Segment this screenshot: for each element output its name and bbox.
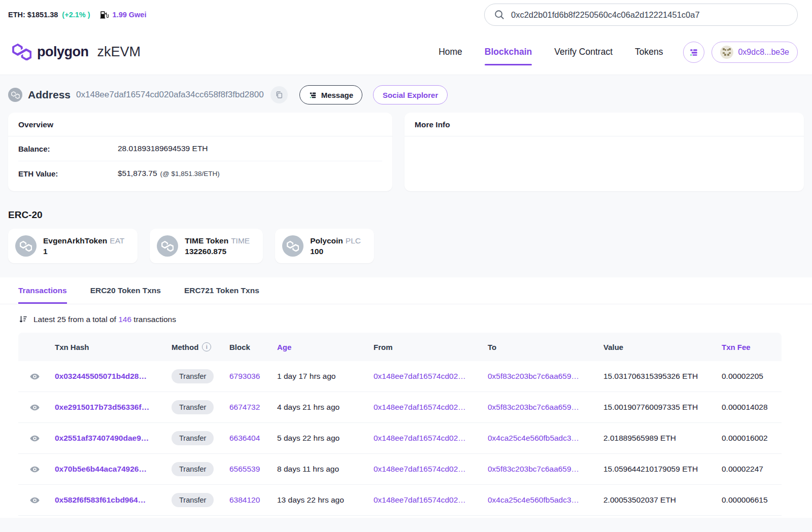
- block-link[interactable]: 6384120: [225, 495, 273, 505]
- col-value: Value: [599, 343, 718, 351]
- balance-row: Balance: 28.01893189694539 ETH: [18, 136, 382, 161]
- col-txn-fee-toggle[interactable]: Txn Fee: [718, 343, 782, 351]
- message-button[interactable]: Message: [299, 85, 362, 104]
- to-address-link[interactable]: 0x4ca25c4e560fb5adc3…: [484, 495, 599, 505]
- nav-item-blockchain[interactable]: Blockchain: [485, 42, 532, 62]
- site-header: polygon zkEVM Home Blockchain Verify Con…: [0, 29, 812, 75]
- social-explorer-button[interactable]: Social Explorer: [373, 85, 448, 104]
- eth-price: ETH: $1851.38: [8, 11, 58, 19]
- search-input[interactable]: [511, 10, 788, 20]
- table-header-row: Txn Hash Method i Block Age From To Valu…: [18, 333, 782, 361]
- value-text: 2.00053502037 ETH: [599, 495, 718, 505]
- gas-price-link[interactable]: 1.99 Gwei: [113, 11, 147, 19]
- token-amount: 100: [310, 247, 361, 256]
- col-from: From: [369, 343, 484, 351]
- eye-icon[interactable]: [29, 433, 40, 444]
- col-txn-hash: Txn Hash: [51, 343, 167, 351]
- nav-item-tokens[interactable]: Tokens: [635, 42, 663, 62]
- message-icon: [309, 91, 317, 99]
- eye-icon[interactable]: [29, 495, 40, 506]
- col-age-toggle[interactable]: Age: [273, 343, 369, 351]
- eth-rate: (@ $1,851.38/ETH): [160, 170, 220, 178]
- main-nav: Home Blockchain Verify Contract Tokens: [438, 42, 663, 62]
- method-badge: Transfer: [172, 400, 214, 414]
- message-button-label: Message: [321, 91, 353, 99]
- tab-erc20-token-txns[interactable]: ERC20 Token Txns: [90, 277, 161, 304]
- transactions-panel: Transactions ERC20 Token Txns ERC721 Tok…: [0, 277, 812, 518]
- txn-hash-link[interactable]: 0x70b5e6b44aca74926…: [51, 465, 167, 474]
- value-text: 15.031706315395326 ETH: [599, 372, 718, 381]
- eye-icon[interactable]: [29, 402, 40, 413]
- sort-icon[interactable]: [18, 314, 28, 324]
- to-address-link[interactable]: 0x5f83c203bc7c6aa659…: [484, 372, 599, 381]
- block-link[interactable]: 6565539: [225, 465, 273, 474]
- token-icon: [15, 235, 37, 257]
- table-row: 0x70b5e6b44aca74926… Transfer 6565539 8 …: [18, 454, 782, 485]
- to-address-link[interactable]: 0x5f83c203bc7c6aa659…: [484, 403, 599, 412]
- watchlist-button[interactable]: [683, 42, 704, 63]
- copy-address-button[interactable]: [270, 86, 288, 103]
- address-avatar-icon: [8, 88, 22, 102]
- token-card[interactable]: PolycoinPLC 100: [275, 229, 374, 263]
- nav-item-home[interactable]: Home: [438, 42, 462, 62]
- search-icon: [494, 9, 505, 20]
- method-badge: Transfer: [172, 493, 214, 507]
- tx-summary: Latest 25 from a total of 146 transactio…: [0, 304, 812, 333]
- page-title: Address: [28, 89, 71, 101]
- to-address-link[interactable]: 0x5f83c203bc7c6aa659…: [484, 465, 599, 474]
- value-text: 15.001907760097335 ETH: [599, 403, 718, 412]
- token-symbol: EAT: [110, 236, 124, 245]
- method-badge: Transfer: [172, 431, 214, 445]
- eye-icon[interactable]: [29, 464, 40, 475]
- eth-value-label: ETH Value:: [18, 169, 118, 178]
- from-address-link[interactable]: 0x148ee7daf16574cd02…: [369, 465, 484, 474]
- table-row: 0x032445505071b4d28… Transfer 6793036 1 …: [18, 361, 782, 392]
- age-text: 1 day 17 hrs ago: [273, 372, 369, 381]
- token-symbol: PLC: [346, 236, 361, 245]
- token-name: TIME Token: [185, 236, 228, 245]
- brand-suffix: zkEVM: [97, 44, 141, 60]
- wallet-button[interactable]: 0x9dc8...be3e: [712, 42, 798, 63]
- wallet-address: 0x9dc8...be3e: [738, 48, 789, 57]
- token-amount: 1: [43, 247, 124, 256]
- tab-transactions[interactable]: Transactions: [18, 277, 67, 304]
- method-badge: Transfer: [172, 462, 214, 476]
- nav-item-verify-contract[interactable]: Verify Contract: [554, 42, 613, 62]
- from-address-link[interactable]: 0x148ee7daf16574cd02…: [369, 372, 484, 381]
- eth-price-change: (+2.1% ): [62, 11, 90, 19]
- fee-text: 0.000006615: [718, 495, 782, 505]
- txn-hash-link[interactable]: 0x582f6f583f61cbd964…: [51, 495, 167, 505]
- txn-hash-link[interactable]: 0xe2915017b73d56336f…: [51, 403, 167, 412]
- balance-label: Balance:: [18, 145, 118, 153]
- search-bar[interactable]: [484, 4, 798, 26]
- value-text: 2.01889565989 ETH: [599, 434, 718, 443]
- block-link[interactable]: 6674732: [225, 403, 273, 412]
- tab-erc721-token-txns[interactable]: ERC721 Token Txns: [184, 277, 259, 304]
- eye-icon[interactable]: [29, 371, 40, 382]
- token-name: Polycoin: [310, 236, 343, 245]
- from-address-link[interactable]: 0x148ee7daf16574cd02…: [369, 495, 484, 505]
- txn-hash-link[interactable]: 0x032445505071b4d28…: [51, 372, 167, 381]
- method-info-icon[interactable]: i: [202, 342, 211, 351]
- transactions-table: Txn Hash Method i Block Age From To Valu…: [18, 333, 782, 516]
- col-block: Block: [225, 343, 273, 351]
- block-link[interactable]: 6793036: [225, 372, 273, 381]
- brand-name: polygon: [37, 44, 88, 60]
- age-text: 13 days 22 hrs ago: [273, 495, 369, 505]
- overview-card: Overview Balance: 28.01893189694539 ETH …: [8, 113, 392, 191]
- from-address-link[interactable]: 0x148ee7daf16574cd02…: [369, 403, 484, 412]
- brand-logo[interactable]: polygon zkEVM: [12, 44, 141, 60]
- summary-count-link[interactable]: 146: [118, 315, 131, 324]
- eth-value-row: ETH Value: $51,873.75 (@ $1,851.38/ETH): [18, 161, 382, 186]
- to-address-link[interactable]: 0x4ca25c4e560fb5adc3…: [484, 434, 599, 443]
- txn-hash-link[interactable]: 0x2551af37407490dae9…: [51, 434, 167, 443]
- age-text: 5 days 22 hrs ago: [273, 434, 369, 443]
- fee-text: 0.000016002: [718, 434, 782, 443]
- token-card[interactable]: TIME TokenTIME 132260.875: [150, 229, 263, 263]
- list-message-icon: [689, 47, 699, 57]
- token-card[interactable]: EvgenArkhTokenEAT 1: [8, 229, 138, 263]
- erc20-token-list: EvgenArkhTokenEAT 1 TIME TokenTIME 13226…: [8, 229, 804, 263]
- token-icon: [282, 235, 303, 257]
- from-address-link[interactable]: 0x148ee7daf16574cd02…: [369, 434, 484, 443]
- block-link[interactable]: 6636404: [225, 434, 273, 443]
